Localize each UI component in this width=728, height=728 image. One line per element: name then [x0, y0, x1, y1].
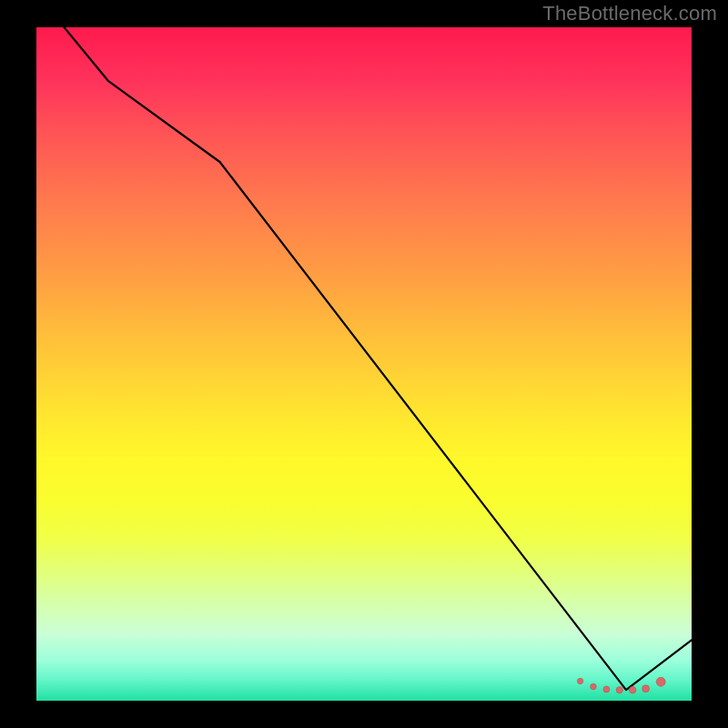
marker-dot: [577, 678, 582, 683]
marker-dot: [603, 686, 610, 693]
chart-stage: TheBottleneck.com: [0, 0, 728, 728]
watermark-text: TheBottleneck.com: [542, 2, 717, 25]
marker-dot: [616, 687, 622, 693]
marker-dot: [591, 683, 597, 690]
marker-dot: [642, 685, 650, 693]
plot-gradient-area: [36, 27, 692, 701]
marker-dot-end: [656, 677, 665, 686]
marker-dot: [629, 686, 636, 693]
chart-svg: [36, 27, 692, 701]
curve-line: [36, 27, 692, 690]
